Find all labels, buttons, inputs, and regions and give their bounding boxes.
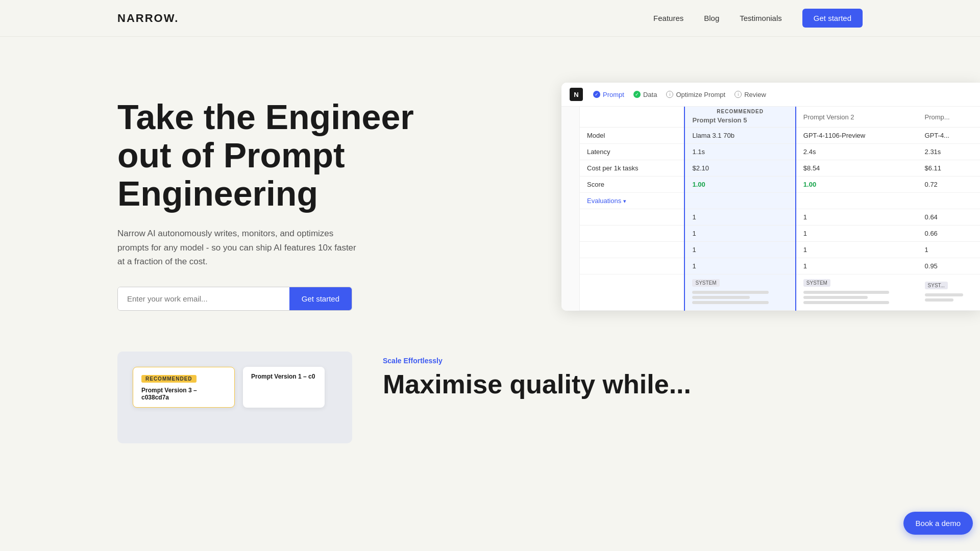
placeholder-v5-3 <box>692 301 769 304</box>
v3-system: SYST... <box>918 274 980 311</box>
app-table: RECOMMENDED Prompt Version 5 Prompt Vers… <box>580 107 980 311</box>
tab-prompt[interactable]: ✓ Prompt <box>593 91 624 98</box>
nav: Features Blog Testimonials Get started <box>653 9 863 28</box>
recommended-tag: RECOMMENDED <box>141 375 197 383</box>
mini-prompt-card-1: RECOMMENDED Prompt Version 3 – c038cd7a <box>133 367 235 408</box>
col-header-label <box>580 107 684 128</box>
mini-prompt-title-1: Prompt Version 3 – c038cd7a <box>141 387 226 401</box>
book-demo-button[interactable]: Book a demo <box>903 512 973 535</box>
app-logo: N <box>570 88 583 101</box>
app-table-wrap: RECOMMENDED Prompt Version 5 Prompt Vers… <box>580 107 980 311</box>
info-icon-review: i <box>734 91 742 98</box>
v5-data-4: 1 <box>684 258 795 274</box>
v5-system: SYSTEM <box>684 274 795 311</box>
email-input[interactable] <box>118 287 289 310</box>
tab-data[interactable]: ✓ Data <box>633 91 657 98</box>
v5-header: Prompt Version 5 <box>692 116 788 127</box>
app-topbar: N ✓ Prompt ✓ Data i Optimize Prompt i Re… <box>561 83 980 107</box>
nav-blog[interactable]: Blog <box>704 14 719 22</box>
label-data-3 <box>580 242 684 258</box>
system-label-v3: SYST... <box>925 282 948 289</box>
mini-prompt-card-2: Prompt Version 1 – c0 <box>243 367 325 408</box>
v2-score: 1.00 <box>796 177 918 193</box>
v5-latency: 1.1s <box>684 144 795 160</box>
tab-review[interactable]: i Review <box>734 91 766 98</box>
table-row-data-2: 1 1 0.66 <box>580 226 980 242</box>
v5-eval <box>684 193 795 209</box>
label-data-4 <box>580 258 684 274</box>
table-row-score: Score 1.00 1.00 0.72 <box>580 177 980 193</box>
v3-score: 0.72 <box>918 177 980 193</box>
col-header-v2: Prompt Version 2 <box>796 107 918 128</box>
placeholder-v2-1 <box>803 291 889 294</box>
scale-title: Maximise quality while... <box>383 370 863 399</box>
table-row-data-1: 1 1 0.64 <box>580 209 980 226</box>
app-sidebar <box>561 107 580 311</box>
v2-latency: 2.4s <box>796 144 918 160</box>
v5-data-2: 1 <box>684 226 795 242</box>
nav-cta-button[interactable]: Get started <box>802 9 863 28</box>
hero-section: Take the Engineer out of Prompt Engineer… <box>0 37 980 341</box>
v2-data-2: 1 <box>796 226 918 242</box>
nav-testimonials[interactable]: Testimonials <box>740 14 782 22</box>
table-row-latency: Latency 1.1s 2.4s 2.31s <box>580 144 980 160</box>
nav-features[interactable]: Features <box>653 14 683 22</box>
email-form: Get started <box>117 287 352 311</box>
v5-data-1: 1 <box>684 209 795 226</box>
v2-data-1: 1 <box>796 209 918 226</box>
check-icon-prompt: ✓ <box>593 91 600 98</box>
tab-optimize[interactable]: i Optimize Prompt <box>666 91 725 98</box>
label-system <box>580 274 684 311</box>
app-tabs: ✓ Prompt ✓ Data i Optimize Prompt i Revi… <box>593 91 766 98</box>
label-data-1 <box>580 209 684 226</box>
check-icon-data: ✓ <box>633 91 641 98</box>
v3-cost: $6.11 <box>918 160 980 177</box>
v3-eval <box>918 193 980 209</box>
v5-cost: $2.10 <box>684 160 795 177</box>
label-data-2 <box>580 226 684 242</box>
bottom-card-inner: RECOMMENDED Prompt Version 3 – c038cd7a … <box>133 367 337 408</box>
label-model: Model <box>580 128 684 144</box>
placeholder-v3-2 <box>925 298 954 302</box>
col-header-v3: Promp... <box>918 107 980 128</box>
table-row-evaluations: Evaluations ▾ <box>580 193 980 209</box>
v2-data-4: 1 <box>796 258 918 274</box>
label-cost: Cost per 1k tasks <box>580 160 684 177</box>
logo: NARROW. <box>117 12 179 25</box>
table-row-system: SYSTEM SYSTEM <box>580 274 980 311</box>
table-row-cost: Cost per 1k tasks $2.10 $8.54 $6.11 <box>580 160 980 177</box>
bottom-card: RECOMMENDED Prompt Version 3 – c038cd7a … <box>117 352 352 443</box>
placeholder-v5-2 <box>692 296 749 299</box>
table-row-model: Model Llama 3.1 70b GPT-4-1106-Preview G… <box>580 128 980 144</box>
bottom-right: Scale Effortlessly Maximise quality whil… <box>383 352 863 399</box>
table-row-data-4: 1 1 0.95 <box>580 258 980 274</box>
v5-data-3: 1 <box>684 242 795 258</box>
placeholder-v3-1 <box>925 293 964 296</box>
get-started-button[interactable]: Get started <box>289 287 352 310</box>
v2-data-3: 1 <box>796 242 918 258</box>
placeholder-v2-2 <box>803 296 868 299</box>
placeholder-v2-3 <box>803 301 889 304</box>
table-row-data-3: 1 1 1 <box>580 242 980 258</box>
recommended-label: RECOMMENDED <box>692 107 788 116</box>
v3-data-2: 0.66 <box>918 226 980 242</box>
v2-system: SYSTEM <box>796 274 918 311</box>
label-score: Score <box>580 177 684 193</box>
app-content: RECOMMENDED Prompt Version 5 Prompt Vers… <box>561 107 980 311</box>
v3-latency: 2.31s <box>918 144 980 160</box>
v2-eval <box>796 193 918 209</box>
chevron-down-icon: ▾ <box>623 198 626 204</box>
label-evaluations: Evaluations ▾ <box>580 193 684 209</box>
v3-model: GPT-4... <box>918 128 980 144</box>
mini-prompt-title-2: Prompt Version 1 – c0 <box>251 373 316 380</box>
v3-data-4: 0.95 <box>918 258 980 274</box>
header: NARROW. Features Blog Testimonials Get s… <box>0 0 980 37</box>
v3-data-1: 0.64 <box>918 209 980 226</box>
app-screenshot: N ✓ Prompt ✓ Data i Optimize Prompt i Re… <box>561 83 980 311</box>
hero-title: Take the Engineer out of Prompt Engineer… <box>117 98 424 212</box>
system-label-v2: SYSTEM <box>803 279 830 287</box>
evaluations-link[interactable]: Evaluations <box>587 197 621 205</box>
col-header-recommended: RECOMMENDED Prompt Version 5 <box>684 107 795 128</box>
placeholder-v5-1 <box>692 291 769 294</box>
v2-model: GPT-4-1106-Preview <box>796 128 918 144</box>
